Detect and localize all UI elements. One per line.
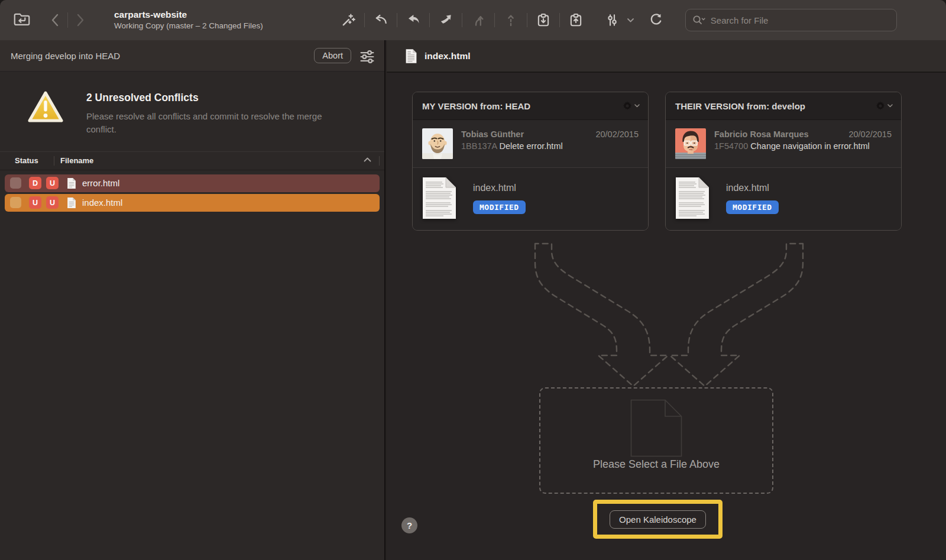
back-button[interactable] xyxy=(47,11,63,29)
conflict-file-list: D U error.html U U index.html xyxy=(0,170,384,212)
abort-merge-button[interactable]: Abort xyxy=(314,48,351,63)
their-version-commit: Fabricio Rosa Marques 20/02/2015 1F54700… xyxy=(666,120,901,168)
column-filename[interactable]: Filename xyxy=(60,156,364,165)
rebase-icon[interactable] xyxy=(502,11,520,29)
column-divider xyxy=(379,156,380,166)
merge-status-title: Merging develop into HEAD xyxy=(11,51,314,61)
commit-author: Fabricio Rosa Marques xyxy=(714,128,844,140)
document-icon xyxy=(67,197,76,209)
toolbar-separator xyxy=(462,13,462,27)
commit-message: Delete error.html xyxy=(500,141,563,151)
detail-file-header: index.html xyxy=(387,40,946,73)
toolbar-actions xyxy=(334,11,670,29)
forward-button[interactable] xyxy=(73,11,88,29)
merge-options-icon[interactable] xyxy=(358,48,376,63)
commit-meta: Tobias Günther 20/02/2015 1BB137A Delete… xyxy=(461,128,639,159)
status-badge: U xyxy=(46,196,59,209)
row-checkbox[interactable] xyxy=(10,177,21,189)
repo-subtitle: Working Copy (master – 2 Changed Files) xyxy=(114,21,263,31)
discard-icon[interactable] xyxy=(372,11,390,29)
status-badge: D xyxy=(29,177,41,189)
refresh-icon[interactable] xyxy=(647,11,665,29)
filename-label: index.html xyxy=(82,198,122,208)
search-icon xyxy=(686,14,706,26)
toolbar-separator xyxy=(527,13,527,27)
modified-badge: MODIFIED xyxy=(726,200,779,214)
quick-actions-wand-icon[interactable] xyxy=(339,11,357,29)
commit-author: Tobias Günther xyxy=(461,128,591,140)
file-thumbnail xyxy=(675,177,710,219)
conflict-count-title: 2 Unresolved Conflicts xyxy=(86,92,346,104)
commit-date: 20/02/2015 xyxy=(848,128,892,140)
sort-chevron-icon[interactable] xyxy=(364,157,375,164)
pull-icon[interactable] xyxy=(534,11,552,29)
toolbar-separator xyxy=(397,13,397,27)
search-input[interactable] xyxy=(706,15,896,25)
window-title-block: carparts-website Working Copy (master – … xyxy=(114,9,263,31)
modified-badge: MODIFIED xyxy=(473,200,526,214)
status-badge: U xyxy=(46,177,59,189)
nav-separator xyxy=(67,12,68,28)
toolbar-separator xyxy=(364,13,365,27)
merge-arrows-graphic xyxy=(503,237,834,390)
status-badge: U xyxy=(29,196,41,209)
row-checkbox[interactable] xyxy=(10,197,21,208)
conflict-warning: 2 Unresolved Conflicts Please resolve al… xyxy=(0,72,384,136)
version-file-name: index.html xyxy=(473,183,526,193)
workflow-sliders-icon[interactable] xyxy=(603,11,621,29)
commit-icon[interactable] xyxy=(437,11,455,29)
merge-status-bar: Merging develop into HEAD Abort xyxy=(0,40,384,72)
their-version-header: THEIR VERSION from: develop xyxy=(666,92,901,120)
detail-file-title: index.html xyxy=(425,51,471,61)
version-options-button[interactable] xyxy=(876,101,893,111)
chevron-down-icon xyxy=(887,104,893,108)
ghost-document-icon xyxy=(630,399,682,457)
stage-icon[interactable] xyxy=(404,11,422,29)
warning-triangle-icon xyxy=(26,89,65,136)
repo-switcher-button[interactable] xyxy=(11,9,33,31)
search-field[interactable] xyxy=(685,9,897,31)
file-row-index[interactable]: U U index.html xyxy=(5,194,380,212)
repo-title: carparts-website xyxy=(114,9,263,20)
document-icon xyxy=(405,48,417,64)
chevron-down-icon[interactable] xyxy=(627,18,634,22)
commit-hash: 1F54700 xyxy=(714,141,748,151)
conflict-warning-text: 2 Unresolved Conflicts Please resolve al… xyxy=(86,89,346,136)
file-thumbnail xyxy=(422,177,456,219)
toolbar-separator xyxy=(429,13,430,27)
their-version-title: THEIR VERSION from: develop xyxy=(675,101,876,111)
avatar xyxy=(675,128,706,159)
avatar xyxy=(422,128,453,159)
toolbar-separator xyxy=(494,13,495,27)
file-row-error[interactable]: D U error.html xyxy=(5,174,380,192)
commit-date: 20/02/2015 xyxy=(595,128,639,140)
dropzone-hint: Please Select a File Above xyxy=(540,458,772,471)
column-divider xyxy=(54,156,54,166)
commit-hash: 1BB137A xyxy=(461,141,497,151)
column-status[interactable]: Status xyxy=(0,156,54,165)
my-version-header: MY VERSION from: HEAD xyxy=(413,92,648,120)
merge-result-dropzone: Please Select a File Above xyxy=(539,387,773,494)
push-icon[interactable] xyxy=(567,11,585,29)
version-options-button[interactable] xyxy=(623,101,640,111)
file-meta: index.html MODIFIED xyxy=(473,177,526,214)
their-version-file: index.html MODIFIED xyxy=(666,168,901,230)
merge-icon[interactable] xyxy=(469,11,487,29)
their-version-card: THEIR VERSION from: develop xyxy=(665,92,902,231)
my-version-card: MY VERSION from: HEAD xyxy=(412,92,649,231)
commit-message: Change navigation in error.html xyxy=(750,141,870,151)
toolbar: carparts-website Working Copy (master – … xyxy=(0,0,946,40)
my-version-title: MY VERSION from: HEAD xyxy=(422,101,623,111)
conflict-description: Please resolve all conflicts and commit … xyxy=(86,110,346,136)
open-kaleidoscope-button[interactable]: Open Kaleidoscope xyxy=(610,510,706,529)
help-button[interactable]: ? xyxy=(401,517,417,533)
tutorial-highlight-box: Open Kaleidoscope xyxy=(593,500,723,539)
my-version-commit: Tobias Günther 20/02/2015 1BB137A Delete… xyxy=(413,120,648,168)
app-window: carparts-website Working Copy (master – … xyxy=(0,0,946,560)
chevron-down-icon xyxy=(634,104,640,108)
my-version-file: index.html MODIFIED xyxy=(413,168,648,230)
gear-icon xyxy=(876,101,885,111)
file-meta: index.html MODIFIED xyxy=(726,177,779,214)
toolbar-separator xyxy=(559,13,560,27)
folder-return-icon xyxy=(12,10,32,30)
